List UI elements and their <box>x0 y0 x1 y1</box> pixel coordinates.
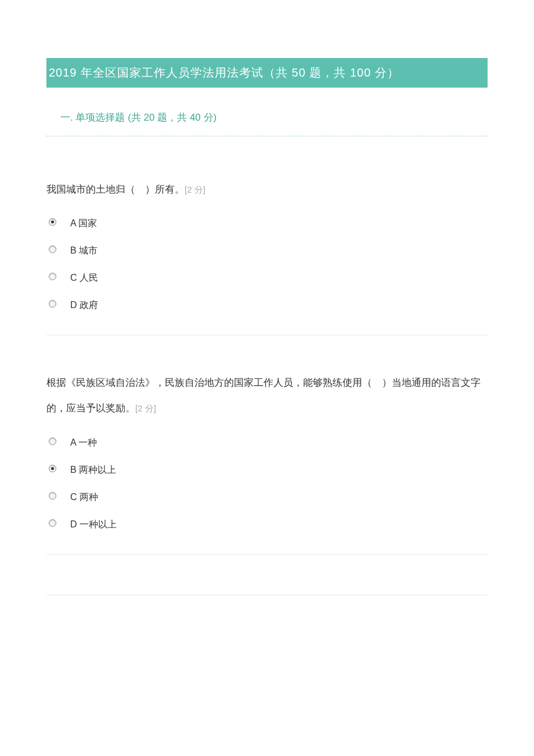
question-block: 我国城市的土地归（ ）所有。[2 分]A 国家B 城市C 人民D 政府 <box>46 142 488 335</box>
section-title-text: 一. 单项选择题 (共 20 题，共 40 分) <box>60 112 217 123</box>
option-row[interactable]: C 人民 <box>46 269 488 284</box>
option-row[interactable]: A 一种 <box>46 433 488 449</box>
exam-title: 2019 年全区国家工作人员学法用法考试（共 50 题，共 100 分） <box>49 66 399 79</box>
radio-icon[interactable] <box>49 519 56 527</box>
question-stem: 根据《民族区域自治法》，民族自治地方的国家工作人员，能够熟练使用（ ）当地通用的… <box>46 377 481 414</box>
option-row[interactable]: B 城市 <box>46 241 488 257</box>
option-row[interactable]: D 政府 <box>46 296 488 312</box>
question-stem: 我国城市的土地归（ ）所有。 <box>46 184 185 195</box>
question-points: [2 分] <box>135 403 156 413</box>
radio-icon[interactable] <box>49 300 56 308</box>
radio-dot-icon <box>51 220 54 223</box>
radio-dot-icon <box>51 467 54 470</box>
option-row[interactable]: C 两种 <box>46 488 488 504</box>
option-label: A 一种 <box>70 433 97 449</box>
radio-icon[interactable] <box>49 245 56 253</box>
section-title: 一. 单项选择题 (共 20 题，共 40 分) <box>46 88 488 136</box>
option-label: C 两种 <box>70 488 98 504</box>
question-block: 根据《民族区域自治法》，民族自治地方的国家工作人员，能够熟练使用（ ）当地通用的… <box>46 335 488 554</box>
option-row[interactable]: D 一种以上 <box>46 515 488 531</box>
radio-icon[interactable] <box>49 218 56 226</box>
option-label: C 人民 <box>70 269 98 284</box>
option-label: B 城市 <box>70 241 98 257</box>
option-row[interactable]: B 两种以上 <box>46 461 488 476</box>
question-text: 我国城市的土地归（ ）所有。[2 分] <box>46 177 488 202</box>
option-label: A 国家 <box>70 214 97 230</box>
option-label: B 两种以上 <box>70 461 116 476</box>
spacer-block <box>46 578 488 595</box>
option-label: D 一种以上 <box>70 515 117 531</box>
radio-icon[interactable] <box>49 437 56 445</box>
exam-title-bar: 2019 年全区国家工作人员学法用法考试（共 50 题，共 100 分） <box>46 58 488 88</box>
radio-icon[interactable] <box>49 465 56 472</box>
question-points: [2 分] <box>185 185 205 194</box>
question-text: 根据《民族区域自治法》，民族自治地方的国家工作人员，能够熟练使用（ ）当地通用的… <box>46 370 488 421</box>
radio-icon[interactable] <box>49 273 56 280</box>
questions-container: 我国城市的土地归（ ）所有。[2 分]A 国家B 城市C 人民D 政府根据《民族… <box>46 142 488 555</box>
option-label: D 政府 <box>70 296 98 312</box>
radio-icon[interactable] <box>49 492 56 500</box>
option-row[interactable]: A 国家 <box>46 214 488 230</box>
